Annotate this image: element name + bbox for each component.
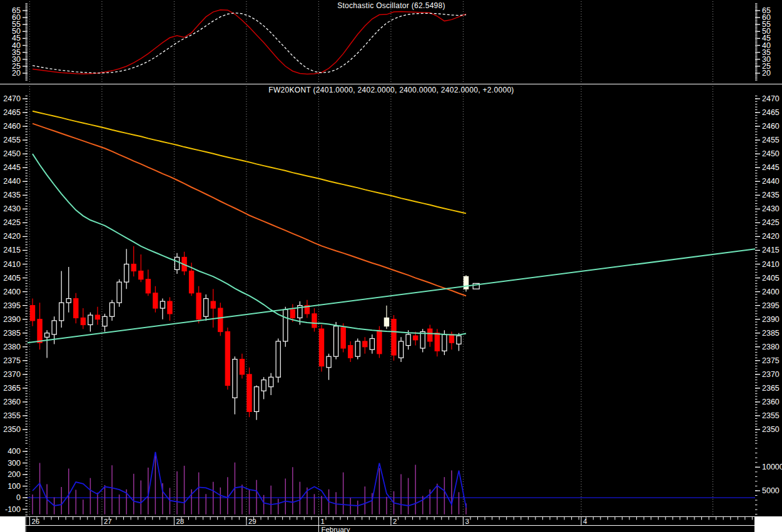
svg-text:2415: 2415 bbox=[3, 246, 21, 254]
svg-text:2425: 2425 bbox=[762, 218, 779, 227]
svg-text:1: 1 bbox=[320, 518, 324, 525]
svg-text:2375: 2375 bbox=[762, 356, 779, 365]
svg-text:65: 65 bbox=[762, 6, 771, 15]
svg-text:2360: 2360 bbox=[3, 398, 21, 406]
svg-text:2380: 2380 bbox=[3, 343, 21, 351]
svg-text:2450: 2450 bbox=[3, 149, 21, 158]
svg-text:2445: 2445 bbox=[3, 163, 21, 172]
svg-text:2400: 2400 bbox=[762, 288, 779, 296]
svg-text:100: 100 bbox=[8, 482, 21, 491]
svg-text:2435: 2435 bbox=[3, 191, 21, 199]
svg-text:2410: 2410 bbox=[762, 260, 779, 269]
svg-text:2365: 2365 bbox=[3, 384, 21, 393]
svg-text:2440: 2440 bbox=[762, 177, 779, 186]
svg-text:2465: 2465 bbox=[3, 108, 21, 117]
svg-text:2385: 2385 bbox=[762, 329, 779, 338]
svg-text:2385: 2385 bbox=[3, 329, 21, 338]
svg-text:2410: 2410 bbox=[3, 260, 21, 269]
stochastic-panel-title: Stochastic Oscillator (62.5498) bbox=[28, 1, 755, 10]
svg-text:3: 3 bbox=[465, 518, 469, 525]
svg-text:2380: 2380 bbox=[762, 343, 779, 351]
svg-text:28: 28 bbox=[176, 518, 184, 525]
price-panel-title: FW20KONT (2401.0000, 2402.0000, 2400.000… bbox=[28, 86, 755, 94]
svg-text:2430: 2430 bbox=[3, 204, 21, 213]
svg-text:2350: 2350 bbox=[3, 425, 21, 434]
svg-text:2405: 2405 bbox=[762, 274, 779, 283]
svg-text:2450: 2450 bbox=[762, 149, 779, 158]
svg-text:2460: 2460 bbox=[762, 122, 779, 131]
svg-text:2370: 2370 bbox=[762, 370, 779, 379]
svg-text:2425: 2425 bbox=[3, 218, 21, 227]
svg-text:2375: 2375 bbox=[3, 356, 21, 365]
svg-text:2445: 2445 bbox=[762, 163, 779, 172]
svg-text:29: 29 bbox=[248, 518, 256, 525]
svg-text:65: 65 bbox=[12, 6, 21, 15]
svg-text:26: 26 bbox=[31, 518, 39, 525]
svg-text:2400: 2400 bbox=[3, 288, 21, 296]
svg-text:2415: 2415 bbox=[762, 246, 779, 254]
svg-text:2: 2 bbox=[393, 518, 397, 525]
svg-text:2395: 2395 bbox=[762, 301, 779, 310]
svg-text:2470: 2470 bbox=[762, 94, 779, 103]
svg-text:2420: 2420 bbox=[3, 232, 21, 241]
svg-text:2395: 2395 bbox=[3, 301, 21, 310]
svg-text:2355: 2355 bbox=[3, 411, 21, 420]
svg-text:-100: -100 bbox=[5, 505, 21, 514]
svg-text:2435: 2435 bbox=[762, 191, 779, 199]
svg-text:2390: 2390 bbox=[3, 315, 21, 324]
chart-canvas: 2020252530303535404045455050555560606565… bbox=[0, 0, 782, 532]
svg-text:2355: 2355 bbox=[762, 411, 779, 420]
svg-text:2365: 2365 bbox=[762, 384, 779, 393]
svg-text:2455: 2455 bbox=[3, 136, 21, 144]
svg-text:2455: 2455 bbox=[762, 136, 779, 144]
svg-text:2440: 2440 bbox=[3, 177, 21, 186]
svg-text:2420: 2420 bbox=[762, 232, 779, 241]
svg-text:300: 300 bbox=[8, 459, 21, 468]
svg-text:400: 400 bbox=[8, 447, 21, 456]
svg-text:2350: 2350 bbox=[762, 425, 779, 434]
svg-text:2405: 2405 bbox=[3, 274, 21, 283]
svg-text:2430: 2430 bbox=[762, 204, 779, 213]
svg-text:27: 27 bbox=[104, 518, 112, 525]
svg-text:2470: 2470 bbox=[3, 94, 21, 103]
svg-text:5000: 5000 bbox=[762, 486, 779, 495]
svg-text:4: 4 bbox=[583, 518, 587, 525]
svg-text:0: 0 bbox=[16, 493, 21, 502]
svg-text:2390: 2390 bbox=[762, 315, 779, 324]
svg-text:2370: 2370 bbox=[3, 370, 21, 379]
svg-text:2360: 2360 bbox=[762, 398, 779, 406]
svg-text:10000: 10000 bbox=[762, 463, 782, 471]
backgrounds bbox=[0, 0, 782, 532]
svg-text:February: February bbox=[321, 526, 350, 532]
svg-text:2460: 2460 bbox=[3, 122, 21, 131]
svg-text:2465: 2465 bbox=[762, 108, 779, 117]
chart-window: 2020252530303535404045455050555560606565… bbox=[0, 0, 782, 532]
svg-text:200: 200 bbox=[8, 470, 21, 479]
